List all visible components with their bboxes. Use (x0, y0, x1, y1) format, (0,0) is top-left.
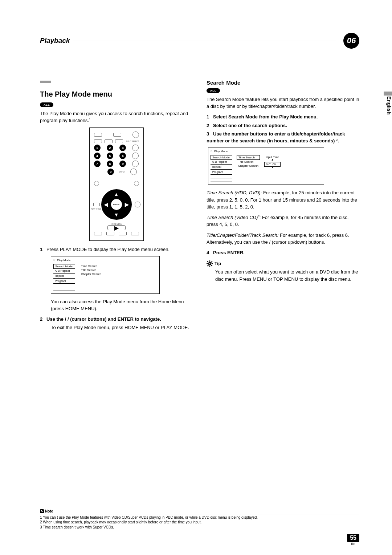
menu-item-search-mode: Search Mode (211, 155, 232, 160)
step-frag: (cursor buttons) and ENTER to navigate. (70, 316, 161, 322)
step-text: Press PLAY MODE to display the Play Mode… (46, 247, 170, 252)
remote-btn-blank (119, 232, 127, 235)
side-accent (384, 92, 392, 96)
step-2-exit: To exit the Play Mode menu, press HOME M… (40, 324, 193, 331)
num-4-btn: 4 (94, 153, 101, 159)
exit-text: To exit the Play Mode menu, press HOME M… (51, 325, 189, 330)
menu-title-text: Play Mode (214, 150, 228, 153)
page: Playback 06 English The Play Mode menu A… (0, 0, 392, 555)
num-5-btn: 5 (107, 153, 113, 159)
step-num: 4 (207, 250, 209, 255)
svg-line-8 (211, 262, 212, 263)
menu-title: ☞ Play Mode (53, 259, 157, 262)
svg-line-6 (211, 265, 212, 266)
svg-line-5 (207, 262, 208, 263)
ts2-label: Time Search (Video CD) (207, 215, 258, 220)
menu-right-list: Time Search Title Search Chapter Search (79, 264, 103, 291)
menu-rule (211, 169, 232, 170)
menu-rule (53, 273, 75, 274)
r-step-2: 2 Select one of the search options. (207, 122, 359, 129)
badge-all: ALL (207, 88, 220, 93)
chapter-badge: 06 (343, 33, 359, 49)
step-text: Select Search Mode from the Play Mode me… (213, 114, 318, 119)
pointer-icon: ☞ (211, 150, 213, 153)
tip-text: You can often select what you want to wa… (207, 268, 359, 282)
menu-right-list: Time Search Title Search Chapter Search (237, 155, 260, 182)
menu-rule (53, 278, 75, 279)
arrow-down-icon: ▼ (114, 212, 119, 218)
step-end: . (338, 138, 339, 143)
menu-title: ☞ Play Mode (211, 150, 322, 153)
menu-item-time-search: Time Search (79, 264, 103, 268)
play-mode-menu-input: ☞ Play Mode Search Mode A-B Repeat Repea… (208, 147, 324, 185)
svg-point-9 (209, 263, 211, 264)
left-column: The Play Mode menu ALL The Play Mode men… (40, 80, 193, 335)
pencil-icon: ✎ (40, 509, 44, 513)
ts3-label: Title/Chapter/Folder/Track Search: (207, 232, 278, 238)
heading-accent (40, 81, 51, 83)
intro-footnote-1: 1 (89, 118, 90, 121)
remote-btn-blank (94, 232, 102, 235)
r-step-4: 4 Press ENTER. (207, 249, 359, 256)
play-mode-menu: ☞ Play Mode Search Mode A-B Repeat Repea… (51, 256, 160, 294)
num-0-btn: 0 (107, 169, 114, 175)
language-tab: English (385, 96, 392, 115)
menu-rule (53, 283, 75, 284)
section-title: Playback (40, 37, 70, 45)
remote-btn-blank (130, 169, 137, 175)
badge-all: ALL (40, 102, 53, 107)
play-icon: ▶ (114, 224, 119, 231)
step-num: 2 (207, 123, 209, 128)
enter-label: ENTER (119, 171, 125, 173)
menu-item-time-search: Time Search (237, 155, 260, 160)
page-header: Playback 06 (40, 33, 359, 49)
remote-small-label: INPUT SELECT (126, 140, 139, 142)
heading-search-mode: Search Mode (207, 80, 359, 86)
note-label: Note (45, 509, 53, 513)
note-header: ✎ Note (40, 509, 359, 513)
step-num: 1 (207, 114, 209, 119)
r-step-3: 3 Use the number buttons to enter a titl… (207, 130, 359, 144)
step-num: 2 (40, 316, 42, 322)
arrow-up-icon: ▲ (114, 191, 119, 197)
gear-icon (207, 260, 213, 267)
remote-btn-blank (132, 145, 139, 151)
tip-header: Tip (207, 260, 359, 267)
remote-btn-blank (131, 232, 139, 235)
step-text: Use the number buttons to enter a title/… (207, 131, 345, 143)
remote-btn-blank (113, 133, 121, 137)
menu-rule (211, 174, 232, 175)
pointer-icon: ☞ (53, 259, 56, 262)
dpad: PLAY MODE ▲ ▼ ◀ ▶ ENTER (94, 188, 139, 221)
menu-item-ab-repeat: A-B Repeat (53, 269, 75, 273)
menu-left-list: Search Mode A-B Repeat Repeat Program (53, 264, 75, 291)
num-8-btn: 8 (107, 161, 113, 167)
menu-item-repeat: Repeat (53, 274, 75, 278)
menu-item-program: Program (53, 279, 75, 283)
footnote-2: 2 When using time search, playback may o… (40, 520, 359, 525)
step-frag: Use the (46, 316, 65, 322)
menu-item-title-search: Title Search (237, 160, 260, 164)
menu-item-ab-repeat: A-B Repeat (211, 160, 232, 164)
header-rule (73, 41, 336, 41)
remote-btn-blank (105, 139, 113, 143)
ts1-label: Time Search (HDD, DVD): (207, 190, 262, 195)
page-number: 55 (347, 534, 359, 542)
menu-rule (211, 164, 232, 165)
remote-illustration: INPUT SELECT 1 2 3 4 5 6 7 8 9 (89, 127, 144, 241)
playmode-btn (93, 203, 100, 206)
title-chapter-search: Title/Chapter/Folder/Track Search: For e… (207, 232, 359, 246)
remote-btn-blank (94, 139, 102, 143)
intro-text: The Play Mode menu gives you access to s… (40, 110, 193, 124)
menu-input-col: Input Time ▲ 0.01.00 ▼ (264, 155, 281, 182)
menu-rule (211, 182, 232, 182)
right-column: Search Mode ALL The Search Mode feature … (207, 80, 359, 335)
footnote-area: ✎ Note 1 You can t use the Play Mode fea… (40, 509, 359, 530)
tip-label: Tip (215, 261, 221, 266)
menu-item-program: Program (211, 170, 232, 174)
menu-item-search-mode: Search Mode (53, 264, 75, 269)
intro-body: The Play Mode menu gives you access to s… (40, 111, 188, 123)
page-number-box: 55 En (347, 534, 359, 546)
menu-rule (53, 287, 75, 287)
enter-btn: ENTER (111, 199, 122, 210)
